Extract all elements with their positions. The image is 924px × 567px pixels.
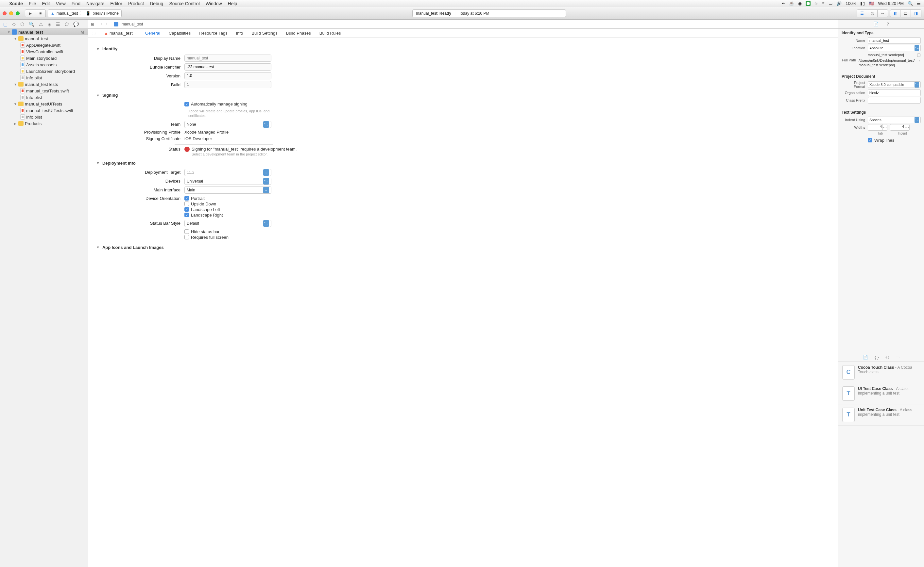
section-app-icons[interactable]: ▼App Icons and Launch Images (96, 245, 830, 250)
indent-width-stepper[interactable]: 4▲▼ (890, 124, 910, 130)
app-menu[interactable]: Xcode (9, 1, 23, 6)
main-interface-select[interactable]: Main⌄ (184, 186, 271, 194)
status-icon[interactable]: ◉ (798, 1, 802, 6)
version-input[interactable] (184, 72, 271, 80)
bluetooth-icon[interactable]: ⚹ (814, 1, 818, 6)
file-item[interactable]: Info.plist (0, 114, 88, 120)
object-library-tab[interactable]: ◎ (885, 355, 889, 360)
class-prefix-input[interactable] (868, 97, 921, 104)
project-format-select[interactable]: Xcode 8.0-compatible⌃⌄ (868, 81, 921, 88)
deployment-target-select[interactable]: 11.2⌄ (184, 169, 271, 176)
toggle-inspector-button[interactable]: ◨ (911, 9, 921, 17)
group-folder[interactable]: ▼ manual_testUITests (0, 100, 88, 107)
file-item[interactable]: Assets.xcassets (0, 62, 88, 68)
orientation-landscape-right-checkbox[interactable]: ✓ (184, 213, 189, 217)
find-navigator-tab[interactable]: 🔍 (29, 21, 34, 27)
menu-window[interactable]: Window (206, 1, 222, 6)
report-navigator-tab[interactable]: 💬 (73, 21, 79, 27)
section-identity[interactable]: ▼Identity (96, 46, 830, 51)
inspector-name-input[interactable] (868, 37, 921, 44)
toggle-navigator-button[interactable]: ◧ (890, 9, 900, 17)
tab-resource-tags[interactable]: Resource Tags (199, 31, 227, 36)
hide-status-bar-checkbox[interactable] (184, 229, 189, 234)
file-item[interactable]: Info.plist (0, 75, 88, 81)
tab-build-phases[interactable]: Build Phases (286, 31, 311, 36)
file-item[interactable]: ViewController.swift (0, 48, 88, 55)
status-bar-style-select[interactable]: Default⌃⌄ (184, 220, 271, 227)
wifi-icon[interactable]: ⌔ (822, 1, 825, 6)
library-item[interactable]: C Cocoa Touch Class - A Cocoa Touch clas… (838, 362, 924, 383)
location-select[interactable]: Absolute⌃⌄ (868, 45, 921, 51)
battery-percent[interactable]: 100% (846, 1, 856, 6)
status-icon[interactable]: ✒ (781, 1, 785, 6)
version-editor-button[interactable]: ↔ (877, 9, 888, 17)
issue-navigator-tab[interactable]: ⚠ (39, 21, 43, 27)
section-signing[interactable]: ▼Signing (96, 93, 830, 98)
section-deployment[interactable]: ▼Deployment Info (96, 161, 830, 166)
wrap-lines-checkbox[interactable]: ✓ (868, 138, 872, 142)
menu-edit[interactable]: Edit (42, 1, 50, 6)
standard-editor-button[interactable]: ☰ (857, 9, 867, 17)
auto-signing-checkbox[interactable]: ✓ (184, 102, 189, 106)
file-template-library-tab[interactable]: 📄 (863, 355, 868, 360)
tab-build-settings[interactable]: Build Settings (251, 31, 278, 36)
menu-file[interactable]: File (29, 1, 36, 6)
file-item[interactable]: Main.storyboard (0, 55, 88, 62)
menu-debug[interactable]: Debug (150, 1, 163, 6)
indent-using-select[interactable]: Spaces⌃⌄ (868, 117, 921, 123)
media-library-tab[interactable]: ▭ (895, 355, 900, 360)
library-item[interactable]: T UI Test Case Class - A class implement… (838, 383, 924, 404)
toggle-debug-button[interactable]: ⬓ (900, 9, 911, 17)
menu-help[interactable]: Help (228, 1, 237, 6)
library-item[interactable]: T Unit Test Case Class - A class impleme… (838, 404, 924, 426)
source-control-navigator-tab[interactable]: ◇ (12, 21, 16, 27)
menu-source-control[interactable]: Source Control (169, 1, 199, 6)
notification-center-icon[interactable]: ☰ (917, 1, 921, 6)
orientation-portrait-checkbox[interactable]: ✓ (184, 196, 189, 201)
file-item[interactable]: LaunchScreen.storyboard (0, 68, 88, 75)
bundle-identifier-input[interactable] (184, 63, 271, 70)
minimize-window-button[interactable] (9, 11, 13, 15)
requires-fullscreen-checkbox[interactable] (184, 235, 189, 239)
stop-button[interactable]: ■ (35, 9, 46, 17)
menu-view[interactable]: View (56, 1, 66, 6)
file-inspector-tab[interactable]: 📄 (873, 21, 879, 27)
tab-info[interactable]: Info (236, 31, 243, 36)
close-window-button[interactable] (3, 11, 6, 15)
status-icon[interactable]: ☕ (789, 1, 794, 6)
disclosure-triangle-icon[interactable]: ▼ (14, 37, 17, 40)
choose-location-button[interactable]: ▢ (917, 52, 921, 57)
tab-build-rules[interactable]: Build Rules (319, 31, 341, 36)
reveal-in-finder-button[interactable]: → (916, 58, 921, 63)
tab-general[interactable]: General (145, 31, 160, 36)
menu-product[interactable]: Product (128, 1, 144, 6)
organization-input[interactable] (868, 90, 921, 96)
menu-navigate[interactable]: Navigate (86, 1, 104, 6)
scheme-selector[interactable]: ▲ manual_test 〉 📱 blesiv's iPhone (48, 9, 122, 17)
file-item[interactable]: manual_testUITests.swift (0, 107, 88, 114)
airplay-icon[interactable]: ▭ (829, 1, 832, 6)
project-navigator-tab[interactable]: ▢ (3, 21, 8, 27)
tab-width-stepper[interactable]: 4▲▼ (868, 124, 887, 130)
back-button[interactable]: 〈 (99, 21, 103, 26)
team-select[interactable]: None⌃⌄ (184, 121, 271, 128)
file-item[interactable]: AppDelegate.swift (0, 42, 88, 48)
debug-navigator-tab[interactable]: ☰ (56, 21, 60, 27)
forward-button[interactable]: 〉 (105, 21, 109, 26)
target-selector[interactable]: ▲ manual_test ⌄ (104, 31, 137, 36)
orientation-landscape-left-checkbox[interactable]: ✓ (184, 207, 189, 212)
code-snippet-library-tab[interactable]: { } (874, 355, 879, 360)
disclosure-triangle-icon[interactable]: ▼ (14, 82, 17, 86)
file-item[interactable]: Info.plist (0, 94, 88, 100)
display-name-input[interactable] (184, 54, 271, 62)
jump-bar-path[interactable]: manual_test (122, 22, 143, 27)
devices-select[interactable]: Universal⌃⌄ (184, 178, 271, 185)
quick-help-tab[interactable]: ? (886, 21, 889, 27)
project-root[interactable]: ▼ manual_test M (0, 29, 88, 35)
spotlight-icon[interactable]: 🔍 (907, 1, 913, 6)
menu-find[interactable]: Find (72, 1, 80, 6)
related-items-icon[interactable]: ⊞ (91, 22, 94, 27)
breakpoint-navigator-tab[interactable]: ⬠ (65, 21, 69, 27)
zoom-window-button[interactable] (16, 11, 20, 15)
group-folder[interactable]: ▼ manual_test (0, 35, 88, 42)
